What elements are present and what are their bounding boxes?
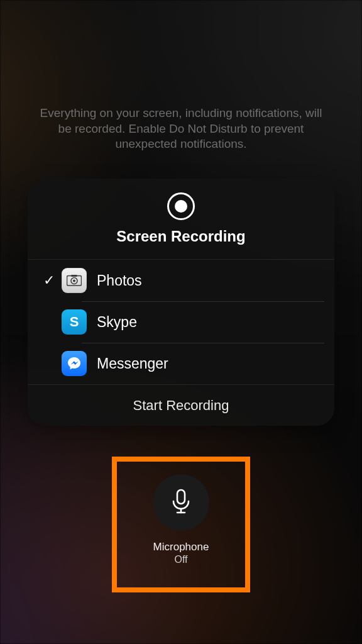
screen-recording-panel: Screen Recording ✓ Photos S Skype: [28, 179, 334, 426]
skype-app-icon: S: [62, 309, 87, 335]
destination-app-list: ✓ Photos S Skype: [28, 259, 334, 384]
messenger-app-icon: [62, 351, 87, 376]
record-icon: [167, 192, 195, 220]
recording-hint-text: Everything on your screen, including not…: [0, 106, 362, 152]
microphone-label: Microphone: [153, 541, 209, 553]
app-label: Photos: [97, 272, 142, 289]
panel-title: Screen Recording: [28, 228, 334, 245]
microphone-toggle-button[interactable]: [153, 474, 209, 531]
photos-app-icon: [62, 268, 87, 293]
app-label: Messenger: [97, 355, 168, 372]
checkmark-icon: ✓: [38, 272, 60, 289]
start-recording-label: Start Recording: [133, 397, 229, 414]
microphone-status: Off: [174, 554, 187, 565]
svg-point-3: [73, 280, 75, 282]
app-row-skype[interactable]: S Skype: [28, 301, 334, 343]
microphone-highlight-box: Microphone Off: [112, 457, 250, 592]
microphone-icon: [170, 489, 192, 516]
svg-rect-4: [177, 490, 185, 504]
app-label: Skype: [97, 314, 137, 331]
app-row-photos[interactable]: ✓ Photos: [28, 260, 334, 301]
start-recording-button[interactable]: Start Recording: [28, 384, 334, 426]
panel-header: Screen Recording: [28, 179, 334, 259]
svg-rect-1: [71, 275, 77, 277]
app-row-messenger[interactable]: Messenger: [28, 343, 334, 384]
